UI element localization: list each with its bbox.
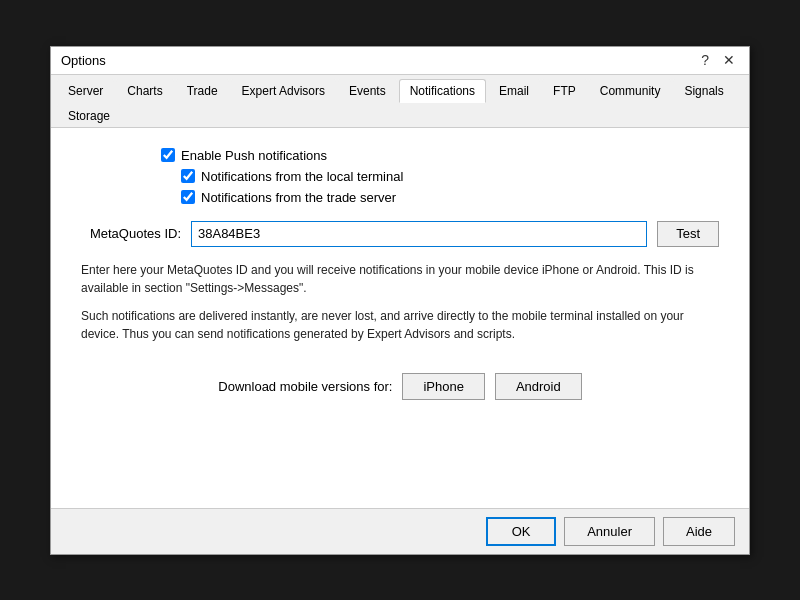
tab-server[interactable]: Server — [57, 79, 114, 102]
local-terminal-item: Notifications from the local terminal — [181, 169, 403, 184]
enable-push-item: Enable Push notifications — [161, 148, 327, 163]
local-terminal-label[interactable]: Notifications from the local terminal — [201, 169, 403, 184]
local-terminal-checkbox[interactable] — [181, 169, 195, 183]
download-label: Download mobile versions for: — [218, 379, 392, 394]
info-text-2: Such notifications are delivered instant… — [81, 307, 719, 343]
title-bar: Options ? ✕ — [51, 47, 749, 75]
enable-push-label[interactable]: Enable Push notifications — [181, 148, 327, 163]
tab-storage[interactable]: Storage — [57, 104, 121, 127]
help-button[interactable]: ? — [697, 53, 713, 67]
tab-expert-advisors[interactable]: Expert Advisors — [231, 79, 336, 102]
tab-notifications[interactable]: Notifications — [399, 79, 486, 103]
dialog-title: Options — [61, 53, 106, 68]
metaquotes-id-label: MetaQuotes ID: — [81, 226, 181, 241]
trade-server-item: Notifications from the trade server — [181, 190, 396, 205]
enable-push-checkbox[interactable] — [161, 148, 175, 162]
push-notifications-group: Enable Push notifications Notifications … — [161, 148, 719, 205]
iphone-button[interactable]: iPhone — [402, 373, 484, 400]
tab-bar: Server Charts Trade Expert Advisors Even… — [51, 75, 749, 128]
trade-server-checkbox[interactable] — [181, 190, 195, 204]
metaquotes-row: MetaQuotes ID: Test — [81, 221, 719, 247]
tab-community[interactable]: Community — [589, 79, 672, 102]
aide-button[interactable]: Aide — [663, 517, 735, 546]
tab-content: Enable Push notifications Notifications … — [51, 128, 749, 508]
footer: OK Annuler Aide — [51, 508, 749, 554]
options-dialog: Options ? ✕ Server Charts Trade Expert A… — [50, 46, 750, 555]
android-button[interactable]: Android — [495, 373, 582, 400]
close-button[interactable]: ✕ — [719, 53, 739, 67]
trade-server-label[interactable]: Notifications from the trade server — [201, 190, 396, 205]
tab-trade[interactable]: Trade — [176, 79, 229, 102]
tab-charts[interactable]: Charts — [116, 79, 173, 102]
ok-button[interactable]: OK — [486, 517, 556, 546]
title-bar-controls: ? ✕ — [697, 53, 739, 67]
metaquotes-id-input[interactable] — [191, 221, 647, 247]
cancel-button[interactable]: Annuler — [564, 517, 655, 546]
tab-ftp[interactable]: FTP — [542, 79, 587, 102]
info-text-1: Enter here your MetaQuotes ID and you wi… — [81, 261, 719, 297]
tab-signals[interactable]: Signals — [673, 79, 734, 102]
download-row: Download mobile versions for: iPhone And… — [81, 373, 719, 400]
tab-email[interactable]: Email — [488, 79, 540, 102]
tab-events[interactable]: Events — [338, 79, 397, 102]
test-button[interactable]: Test — [657, 221, 719, 247]
